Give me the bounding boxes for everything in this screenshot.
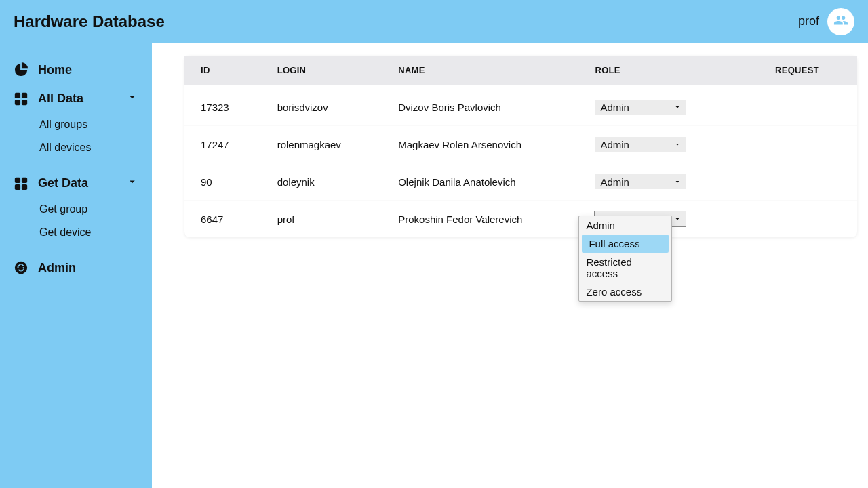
chevron-down-icon — [673, 139, 682, 150]
sidebar-item-all-groups[interactable]: All groups — [8, 113, 144, 136]
role-select-value: Admin — [600, 176, 629, 188]
cell-name: Magkaev Rolen Arsenovich — [382, 126, 578, 163]
role-option[interactable]: Admin — [579, 216, 671, 235]
sidebar-item-label: All Data — [38, 92, 83, 106]
support-icon — [14, 260, 28, 275]
svg-rect-7 — [22, 184, 27, 189]
col-role: ROLE — [578, 56, 734, 85]
role-select-value: Admin — [600, 102, 629, 113]
app-title: Hardware Database — [14, 12, 165, 31]
cell-name: Dvizov Boris Pavlovich — [382, 85, 578, 126]
role-option[interactable]: Restricted access — [579, 253, 671, 283]
cell-login: prof — [261, 201, 382, 238]
sidebar-item-admin[interactable]: Admin — [8, 253, 144, 282]
sidebar-item-all-data[interactable]: All Data — [8, 84, 144, 113]
cell-login: borisdvizov — [261, 85, 382, 126]
role-option[interactable]: Full access — [582, 235, 669, 253]
cell-name: Prokoshin Fedor Valerevich — [382, 201, 578, 238]
chevron-down-icon — [673, 102, 682, 113]
col-name: NAME — [382, 56, 578, 85]
users-icon — [833, 13, 848, 30]
grid-icon — [14, 92, 28, 106]
chevron-down-icon — [126, 176, 138, 191]
cell-role: Admin — [578, 126, 734, 163]
cell-login: doleynik — [261, 163, 382, 201]
users-table: ID LOGIN NAME ROLE REQUEST 17323borisdvi… — [184, 56, 857, 237]
chevron-down-icon — [673, 214, 682, 225]
user-area[interactable]: prof — [798, 8, 854, 35]
cell-role: Admin — [578, 85, 734, 126]
svg-rect-2 — [15, 99, 20, 104]
cell-request — [734, 163, 857, 201]
role-select[interactable]: Admin — [595, 100, 686, 115]
table-row: 90doleynikOlejnik Danila AnatolevichAdmi… — [184, 163, 857, 201]
cell-login: rolenmagkaev — [261, 126, 382, 163]
sidebar-item-get-device[interactable]: Get device — [8, 221, 144, 244]
svg-rect-3 — [22, 99, 27, 104]
cell-role: Admin — [578, 163, 734, 201]
users-table-card: ID LOGIN NAME ROLE REQUEST 17323borisdvi… — [184, 56, 857, 237]
cell-request — [734, 126, 857, 163]
cell-request — [734, 85, 857, 126]
username-label: prof — [798, 14, 819, 28]
cell-id: 6647 — [184, 201, 261, 238]
cell-id: 17247 — [184, 126, 261, 163]
table-row: 17247rolenmagkaevMagkaev Rolen Arsenovic… — [184, 126, 857, 163]
role-option[interactable]: Zero access — [579, 283, 671, 301]
role-select[interactable]: Admin — [595, 174, 686, 189]
sidebar: Home All Data All groups All devices Get… — [0, 43, 152, 488]
table-row: 6647profProkoshin Fedor ValerevichAdminA… — [184, 201, 857, 238]
cell-request — [734, 201, 857, 238]
svg-rect-0 — [15, 92, 20, 98]
cell-id: 90 — [184, 163, 261, 201]
svg-rect-4 — [15, 177, 20, 182]
chevron-down-icon — [673, 176, 682, 188]
sidebar-item-get-group[interactable]: Get group — [8, 198, 144, 221]
avatar[interactable] — [827, 8, 854, 35]
role-select[interactable]: Admin — [595, 137, 686, 152]
col-id: ID — [184, 56, 261, 85]
sidebar-item-label: Get Data — [38, 176, 88, 190]
cell-name: Olejnik Danila Anatolevich — [382, 163, 578, 201]
cell-role: AdminAdminFull accessRestricted accessZe… — [578, 201, 734, 238]
sidebar-item-all-devices[interactable]: All devices — [8, 136, 144, 159]
cell-id: 17323 — [184, 85, 261, 126]
pie-chart-icon — [14, 62, 28, 77]
col-request: REQUEST — [734, 56, 857, 85]
table-row: 17323borisdvizovDvizov Boris PavlovichAd… — [184, 85, 857, 126]
col-login: LOGIN — [261, 56, 382, 85]
sidebar-item-get-data[interactable]: Get Data — [8, 169, 144, 198]
grid-icon — [14, 176, 28, 191]
sidebar-item-label: Admin — [38, 261, 76, 275]
svg-rect-6 — [15, 184, 20, 189]
chevron-down-icon — [126, 91, 138, 106]
sidebar-item-label: Home — [38, 63, 72, 77]
sidebar-item-home[interactable]: Home — [8, 56, 144, 84]
svg-rect-5 — [22, 177, 27, 182]
role-dropdown: AdminFull accessRestricted accessZero ac… — [578, 216, 672, 302]
svg-rect-1 — [22, 92, 27, 98]
role-select-value: Admin — [600, 139, 629, 150]
